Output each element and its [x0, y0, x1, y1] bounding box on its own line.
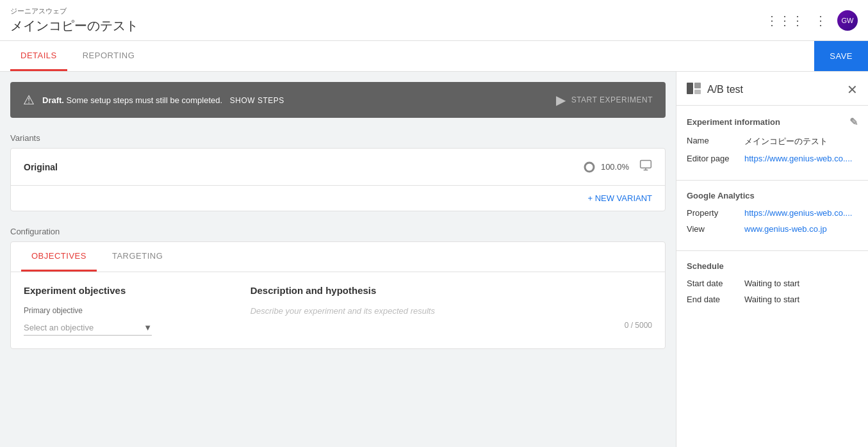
right-panel-title-group: A/B test	[687, 83, 743, 97]
header-right: ⋮⋮⋮ ⋮ GW	[766, 10, 858, 31]
start-date-value: Waiting to start	[744, 279, 799, 288]
banner-text: Draft. Some setup steps must still be co…	[42, 95, 284, 105]
config-tabs: OBJECTIVES TARGETING	[11, 242, 665, 272]
configuration-card: OBJECTIVES TARGETING Experiment objectiv…	[10, 241, 666, 349]
variants-card: Original 100.0%	[10, 148, 666, 211]
edit-icon[interactable]: ✎	[849, 116, 858, 128]
new-variant-row: + NEW VARIANT	[11, 186, 665, 211]
configuration-label: Configuration	[10, 227, 666, 236]
name-value: メインコピーのテスト	[744, 136, 828, 147]
end-date-row: End date Waiting to start	[687, 295, 858, 304]
variant-percentage: 100.0%	[601, 162, 629, 172]
header-title: メインコピーのテスト	[10, 17, 138, 35]
header-left: ジーニアスウェブ メインコピーのテスト	[10, 6, 138, 35]
primary-objective-label: Primary objective	[24, 306, 225, 315]
svg-point-0	[585, 163, 594, 172]
status-banner: ⚠ Draft. Some setup steps must still be …	[10, 82, 666, 118]
main-layout: ⚠ Draft. Some setup steps must still be …	[0, 72, 868, 447]
svg-rect-5	[694, 83, 701, 88]
experiment-info-section: Experiment information ✎ Name メインコピーのテスト…	[676, 106, 868, 181]
avatar[interactable]: GW	[837, 10, 858, 31]
start-date-label: Start date	[687, 279, 744, 288]
property-row: Property https://www.genius-web.co....	[687, 208, 858, 218]
variant-right: 100.0%	[583, 159, 652, 175]
property-value: https://www.genius-web.co....	[744, 208, 852, 218]
variant-name: Original	[24, 162, 58, 172]
draft-label: Draft.	[42, 95, 64, 105]
new-variant-link[interactable]: + NEW VARIANT	[587, 193, 652, 203]
char-count: 0 / 5000	[250, 321, 652, 330]
variants-section-label: Variants	[10, 133, 666, 143]
monitor-icon[interactable]	[639, 159, 652, 175]
play-icon: ▶	[556, 92, 566, 108]
google-analytics-section: Google Analytics Property https://www.ge…	[676, 181, 868, 251]
save-button[interactable]: SAVE	[814, 41, 868, 71]
svg-rect-4	[687, 83, 693, 94]
svg-rect-1	[641, 161, 651, 168]
banner-left: ⚠ Draft. Some setup steps must still be …	[23, 92, 284, 108]
start-date-row: Start date Waiting to start	[687, 279, 858, 288]
name-label: Name	[687, 136, 744, 147]
experiment-info-title: Experiment information ✎	[687, 116, 858, 128]
info-icon: ⚠	[23, 92, 35, 108]
objective-select[interactable]: Select an objective	[24, 320, 152, 336]
view-value: www.genius-web.co.jp	[744, 224, 827, 234]
start-label: START EXPERIMENT	[571, 95, 653, 104]
editor-page-label: Editor page	[687, 154, 744, 163]
editor-page-row: Editor page https://www.genius-web.co...…	[687, 154, 858, 163]
tab-objectives[interactable]: OBJECTIVES	[21, 242, 97, 272]
editor-page-value: https://www.genius-web.co....	[744, 154, 852, 163]
objectives-column: Experiment objectives Primary objective …	[24, 285, 225, 336]
schedule-section: Schedule Start date Waiting to start End…	[676, 251, 868, 321]
ab-test-icon	[687, 83, 701, 97]
objectives-title: Experiment objectives	[24, 285, 225, 296]
view-label: View	[687, 224, 744, 234]
header-subtitle: ジーニアスウェブ	[10, 6, 138, 16]
objective-select-wrapper: Select an objective ▼	[24, 320, 152, 336]
tab-targeting[interactable]: TARGETING	[102, 242, 173, 272]
show-steps-link[interactable]: SHOW STEPS	[230, 96, 284, 105]
variant-pct: 100.0%	[583, 161, 629, 174]
svg-rect-6	[694, 90, 701, 94]
view-row: View www.genius-web.co.jp	[687, 224, 858, 234]
hypothesis-placeholder: Describe your experiment and its expecte…	[250, 306, 652, 316]
tab-details[interactable]: DETAILS	[10, 42, 67, 71]
tab-reporting[interactable]: REPORTING	[72, 42, 145, 71]
hypothesis-column: Description and hypothesis Describe your…	[250, 285, 652, 336]
experiment-info-label: Experiment information	[687, 117, 780, 127]
grid-icon[interactable]: ⋮⋮⋮	[766, 13, 804, 28]
right-panel-header: A/B test ✕	[676, 72, 868, 106]
schedule-title: Schedule	[687, 261, 858, 271]
left-panel: ⚠ Draft. Some setup steps must still be …	[0, 72, 676, 447]
right-panel: A/B test ✕ Experiment information ✎ Name…	[676, 72, 868, 447]
config-content: Experiment objectives Primary objective …	[11, 272, 665, 348]
table-row: Original 100.0%	[11, 149, 665, 186]
right-panel-title: A/B test	[707, 84, 743, 95]
main-tabs-bar: DETAILS REPORTING SAVE	[0, 41, 868, 72]
close-button[interactable]: ✕	[847, 82, 858, 97]
ga-title: Google Analytics	[687, 191, 858, 200]
property-label: Property	[687, 208, 744, 218]
donut-icon	[583, 161, 596, 174]
name-row: Name メインコピーのテスト	[687, 136, 858, 147]
end-date-value: Waiting to start	[744, 295, 799, 304]
hypothesis-title: Description and hypothesis	[250, 285, 652, 296]
end-date-label: End date	[687, 295, 744, 304]
app-header: ジーニアスウェブ メインコピーのテスト ⋮⋮⋮ ⋮ GW	[0, 0, 868, 41]
banner-message: Some setup steps must still be completed…	[67, 95, 223, 105]
more-options-icon[interactable]: ⋮	[814, 13, 827, 28]
start-experiment-button: ▶ START EXPERIMENT	[556, 92, 653, 108]
